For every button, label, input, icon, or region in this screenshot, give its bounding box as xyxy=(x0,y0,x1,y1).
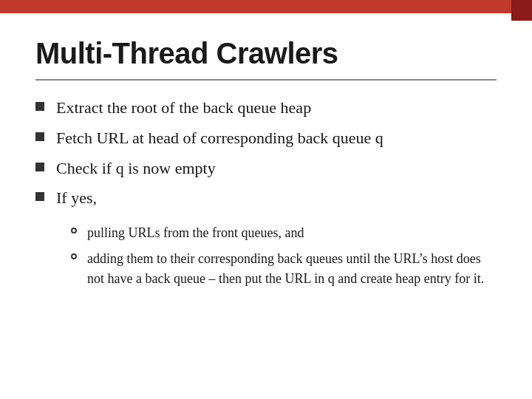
sub-bullet-circle-2 xyxy=(71,253,77,259)
slide-title: Multi-Thread Crawlers xyxy=(35,37,497,70)
bullet-square-2 xyxy=(35,132,44,141)
bullet-text-1: Extract the root of the back queue heap xyxy=(56,97,311,120)
title-divider xyxy=(35,79,497,81)
sub-bullet-item-2: adding them to their corresponding back … xyxy=(71,249,497,289)
sub-bullet-list: pulling URLs from the front queues, and … xyxy=(71,223,497,289)
bullet-text-4: If yes, xyxy=(56,187,97,210)
sub-bullet-text-1: pulling URLs from the front queues, and xyxy=(87,223,497,243)
bullet-item-2: Fetch URL at head of corresponding back … xyxy=(35,127,497,150)
bullet-item-1: Extract the root of the back queue heap xyxy=(35,97,497,120)
bullet-square-4 xyxy=(35,192,44,201)
slide-content: Multi-Thread Crawlers Extract the root o… xyxy=(0,13,532,399)
sub-bullet-item-1: pulling URLs from the front queues, and xyxy=(71,223,497,243)
top-bar xyxy=(0,0,532,13)
bullet-item-3: Check if q is now empty xyxy=(35,157,497,180)
bullet-text-3: Check if q is now empty xyxy=(56,157,216,180)
bullet-text-2: Fetch URL at head of corresponding back … xyxy=(56,127,383,150)
bullet-item-4: If yes, xyxy=(35,187,497,210)
sub-bullet-text-2: adding them to their corresponding back … xyxy=(87,249,497,289)
sub-bullet-circle-1 xyxy=(71,228,77,233)
main-bullet-list: Extract the root of the back queue heap … xyxy=(35,97,497,210)
bullet-square-3 xyxy=(35,163,44,171)
bullet-square-1 xyxy=(35,102,44,111)
